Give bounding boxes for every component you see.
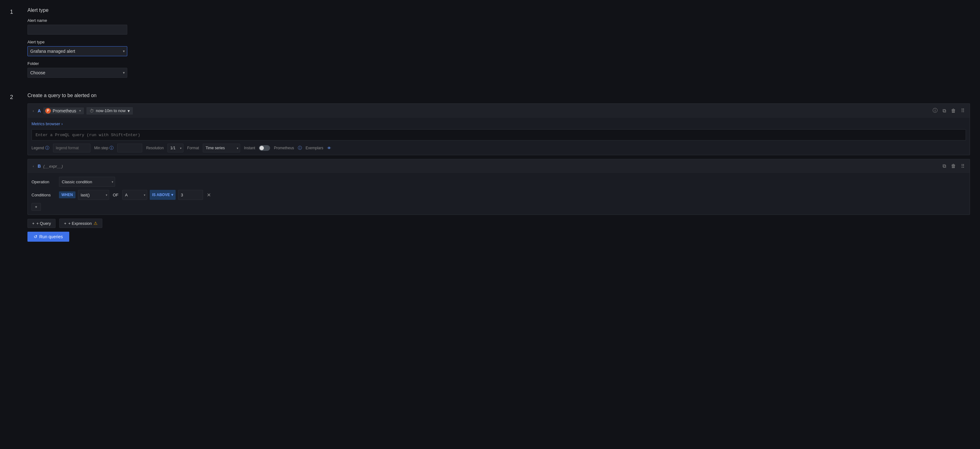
legend-info-icon[interactable]: ⓘ xyxy=(45,145,49,151)
instant-label: Instant xyxy=(244,146,255,150)
query-a-datasource-badge[interactable]: P Prometheus ▾ xyxy=(43,107,84,114)
when-func-select-wrapper: last() min() max() mean() sum() count() xyxy=(78,190,109,200)
when-badge: WHEN xyxy=(59,192,75,198)
section-alert-type: 1 Alert type Alert name Alert type Grafa… xyxy=(10,8,970,83)
query-b-actions: ⧉ 🗑 ⠿ xyxy=(941,162,966,171)
resolution-select-wrapper: 1/1 1/2 1/3 xyxy=(167,144,183,152)
metrics-browser-button[interactable]: Metrics browser › xyxy=(32,120,63,128)
query-b-expr-label: (__expr__) xyxy=(43,164,63,169)
min-step-label: Min step ⓘ xyxy=(94,145,113,151)
resolution-select[interactable]: 1/1 1/2 1/3 xyxy=(167,144,183,152)
source-select[interactable]: A xyxy=(122,190,147,200)
query-b-header: ‹ B (__expr__) ⧉ 🗑 ⠿ xyxy=(28,159,970,173)
conditions-label: Conditions xyxy=(32,193,56,197)
section-2-content: Create a query to be alerted on ‹ A P Pr… xyxy=(27,93,970,242)
add-query-button[interactable]: + + Query xyxy=(27,219,56,228)
add-condition-button[interactable]: + xyxy=(32,203,41,211)
query-a-drag-button[interactable]: ⠿ xyxy=(960,107,966,115)
query-b-collapse-button[interactable]: ‹ xyxy=(32,164,35,169)
instant-toggle[interactable] xyxy=(259,145,270,151)
min-step-input[interactable] xyxy=(117,144,142,152)
operation-label: Operation xyxy=(32,179,56,184)
operation-select-wrapper: Classic condition Reduce Resample Math T… xyxy=(59,177,115,187)
query-a-delete-button[interactable]: 🗑 xyxy=(950,107,957,115)
when-func-select[interactable]: last() min() max() mean() sum() count() xyxy=(78,190,109,200)
add-query-label: + Query xyxy=(37,221,51,226)
legend-format-input[interactable] xyxy=(53,144,91,152)
query-a-copy-button[interactable]: ⧉ xyxy=(941,107,947,115)
add-expression-button[interactable]: + + Expression ⚠ xyxy=(59,219,102,228)
of-label: OF xyxy=(112,193,120,197)
folder-label: Folder xyxy=(27,61,970,66)
query-b-body: Operation Classic condition Reduce Resam… xyxy=(28,173,970,214)
expression-warning-icon: ⚠ xyxy=(94,221,98,226)
query-a-time-range-badge[interactable]: ⏱ now-10m to now ▾ xyxy=(86,107,132,115)
query-a-letter: A xyxy=(38,109,41,113)
query-b-copy-button[interactable]: ⧉ xyxy=(941,162,947,170)
query-a-datasource-name: Prometheus xyxy=(53,109,76,113)
query-a-actions: ⓘ ⧉ 🗑 ⠿ xyxy=(931,106,966,115)
plus-icon: + xyxy=(35,205,37,209)
alert-type-select-wrapper: Grafana managed alert Grafana Mimir or L… xyxy=(27,46,127,56)
query-a-options: Legend ⓘ Min step ⓘ Resolution 1/1 1/2 xyxy=(32,144,966,152)
conditions-inner-row: WHEN last() min() max() mean() sum() cou… xyxy=(59,190,212,200)
source-select-wrapper: A xyxy=(122,190,147,200)
metrics-browser-arrow-icon: › xyxy=(62,121,63,126)
run-icon: ↺ xyxy=(34,234,37,239)
section-number-2: 2 xyxy=(10,93,20,242)
condition-delete-button[interactable]: ✕ xyxy=(205,191,212,199)
section-2-title: Create a query to be alerted on xyxy=(27,93,970,98)
metrics-browser-label: Metrics browser xyxy=(32,121,60,126)
format-select[interactable]: Time series Table Heatmap xyxy=(203,144,240,152)
clock-icon: ⏱ xyxy=(89,109,94,113)
format-label: Format xyxy=(187,146,199,150)
folder-select-wrapper: Choose xyxy=(27,68,127,78)
min-step-info-icon[interactable]: ⓘ xyxy=(110,145,113,151)
alert-type-select[interactable]: Grafana managed alert Grafana Mimir or L… xyxy=(27,46,127,56)
prometheus-info-icon[interactable]: ⓘ xyxy=(298,145,302,151)
add-query-plus-icon: + xyxy=(32,221,35,226)
is-above-label: IS ABOVE xyxy=(152,193,170,197)
prometheus-icon: P xyxy=(45,108,51,113)
format-select-wrapper: Time series Table Heatmap xyxy=(203,144,240,152)
run-queries-button[interactable]: ↺ Run queries xyxy=(27,232,69,242)
query-b-drag-button[interactable]: ⠿ xyxy=(960,162,966,171)
add-expression-plus-icon: + xyxy=(64,221,67,226)
query-a-time-range: now-10m to now xyxy=(96,109,126,113)
bottom-actions: + + Query + + Expression ⚠ xyxy=(27,219,970,228)
exemplars-eye-icon[interactable]: 👁 xyxy=(327,146,331,150)
resolution-label: Resolution xyxy=(146,146,164,150)
query-b-letter: B xyxy=(38,164,41,169)
alert-name-input[interactable] xyxy=(27,25,127,35)
threshold-input[interactable] xyxy=(178,190,203,200)
query-a-body: Metrics browser › Legend ⓘ Min step ⓘ xyxy=(28,118,970,155)
run-queries-label: Run queries xyxy=(39,234,63,239)
query-b-builder: ‹ B (__expr__) ⧉ 🗑 ⠿ Operation Classic c… xyxy=(27,159,970,215)
query-b-delete-button[interactable]: 🗑 xyxy=(950,162,957,170)
section-number-1: 1 xyxy=(10,8,20,83)
folder-group: Folder Choose xyxy=(27,61,970,78)
query-a-builder: ‹ A P Prometheus ▾ ⏱ now-10m to now ▾ ⓘ … xyxy=(27,103,970,155)
exemplars-label: Exemplars xyxy=(305,146,323,150)
section-1-content: Alert type Alert name Alert type Grafana… xyxy=(27,8,970,83)
datasource-chevron-icon: ▾ xyxy=(79,109,81,112)
alert-type-label: Alert type xyxy=(27,40,970,44)
operation-select[interactable]: Classic condition Reduce Resample Math T… xyxy=(59,177,115,187)
operation-row: Operation Classic condition Reduce Resam… xyxy=(32,177,966,187)
legend-label: Legend ⓘ xyxy=(32,145,49,151)
prometheus-option-label: Prometheus xyxy=(274,146,294,150)
alert-type-group: Alert type Grafana managed alert Grafana… xyxy=(27,40,970,56)
query-a-help-button[interactable]: ⓘ xyxy=(931,106,939,115)
conditions-row: Conditions WHEN last() min() max() mean(… xyxy=(32,190,966,200)
query-a-collapse-button[interactable]: ‹ xyxy=(32,109,35,113)
is-above-chevron-icon: ▾ xyxy=(171,193,173,197)
add-expression-label: + Expression xyxy=(68,221,92,226)
query-a-header: ‹ A P Prometheus ▾ ⏱ now-10m to now ▾ ⓘ … xyxy=(28,104,970,118)
section-1-title: Alert type xyxy=(27,8,970,13)
alert-name-group: Alert name xyxy=(27,18,970,35)
time-range-chevron-icon: ▾ xyxy=(127,109,130,113)
folder-select[interactable]: Choose xyxy=(27,68,127,78)
alert-name-label: Alert name xyxy=(27,18,970,23)
is-above-button[interactable]: IS ABOVE ▾ xyxy=(150,190,176,200)
query-a-promql-input[interactable] xyxy=(32,129,966,141)
